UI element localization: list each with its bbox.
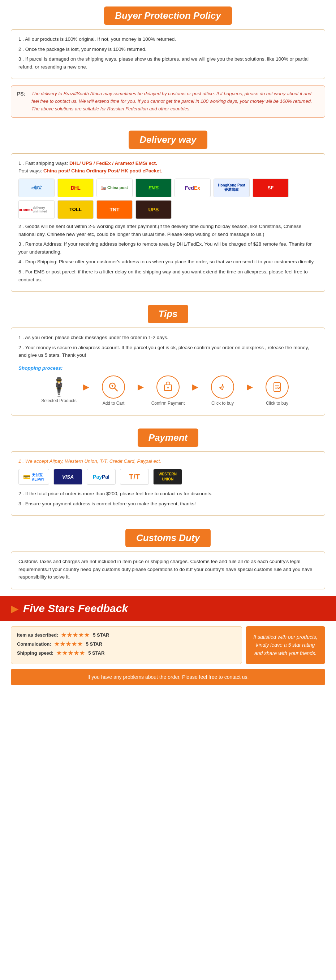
- tips-section: Tips 1 . As you order, please check mess…: [0, 298, 336, 415]
- post-ways-label: Post ways:: [18, 168, 43, 173]
- stars-layout: Item as described: ★★★★★ 5 STAR Commuica…: [11, 626, 325, 664]
- five-stars-header: ▶ Five Stars Feedback: [0, 596, 336, 621]
- payment-point-3: 3 . Ensure your payment address is corre…: [18, 500, 318, 508]
- carrier-sf: SF: [253, 178, 289, 197]
- shopping-process-title: Shopping process:: [18, 364, 318, 372]
- buyer-protection-title: Buyer Protection Policy: [115, 10, 221, 21]
- tips-content: 1 . As you order, please check messages …: [11, 328, 325, 415]
- stars-right-message: If satisfied with our products, kindly l…: [251, 633, 319, 657]
- stars-rating-1: 5 STAR: [93, 632, 109, 638]
- carrier-aramex: aramexdelivery unlimited: [18, 200, 54, 219]
- buyer-protection-section: Buyer Protection Policy 1 . All our prod…: [0, 0, 336, 118]
- stars-ratings: Item as described: ★★★★★ 5 STAR Commuica…: [11, 626, 242, 664]
- pay-logo-tt: T/T: [120, 469, 149, 485]
- tips-point-1: 1 . As you order, please check messages …: [18, 334, 318, 342]
- arrow-4: ▶: [247, 382, 253, 399]
- process-step-2: Confirm Payment: [144, 375, 192, 406]
- process-label-4: Click to buy: [266, 401, 288, 406]
- stars-right-text: If satisfied with our products, kindly l…: [246, 626, 325, 664]
- payment-title: Payment: [149, 432, 187, 443]
- customs-title: Customs Duty: [136, 532, 200, 544]
- delivery-content: 1 . Fast shipping ways: DHL/ UPS / FedEx…: [11, 153, 325, 292]
- delivery-title-box: Delivery way: [129, 130, 207, 149]
- payment-content: 1 . We accept Alipay, Western Union, T/T…: [11, 451, 325, 516]
- process-step-4: Click to buy: [254, 375, 301, 406]
- pay-logo-wu: WESTERNUNION: [153, 469, 182, 485]
- customs-header: Customs Duty: [0, 522, 336, 552]
- process-steps-row: 🕴 Selected Products ▶ Add to Cart ▶: [18, 375, 318, 406]
- fast-shipping-label: 1 . Fast shipping ways:: [18, 161, 69, 166]
- bp-point-1: 1 . All our products is 100% original. I…: [18, 35, 318, 43]
- process-icon-2: [157, 375, 179, 399]
- process-label-2: Confirm Payment: [151, 401, 185, 406]
- process-label-3: Click to buy: [211, 401, 234, 406]
- process-person: 🕴 Selected Products: [35, 378, 82, 403]
- carrier-ups: UPS: [136, 200, 171, 219]
- delivery-title: Delivery way: [139, 134, 197, 145]
- stars-icons-1: ★★★★★: [61, 632, 90, 638]
- customs-text: Customs Taxes and charges are not includ…: [18, 558, 318, 581]
- stars-rating-2: 5 STAR: [86, 641, 102, 647]
- contact-text: If you have any problems about the order…: [16, 674, 320, 680]
- process-step-3: Click to buy: [199, 375, 246, 406]
- stars-icons-2: ★★★★★: [54, 641, 83, 648]
- tips-header: Tips: [0, 298, 336, 328]
- delivery-note-3: 3 . Remote Address: If your receiving ad…: [18, 240, 318, 256]
- carrier-fedex: FedEx: [174, 178, 211, 197]
- payment-title-box: Payment: [138, 428, 198, 447]
- stars-row-3: Shipping speed: ★★★★★ 5 STAR: [17, 650, 236, 657]
- ps-text: The delivery to Brazil/South Africa may …: [32, 90, 319, 113]
- payment-section: Payment 1 . We accept Alipay, Western Un…: [0, 422, 336, 516]
- payment-header: Payment: [0, 422, 336, 451]
- pay-logo-visa: VISA: [53, 469, 82, 485]
- delivery-section: Delivery way 1 . Fast shipping ways: DHL…: [0, 124, 336, 292]
- ps-notice: PS: The delivery to Brazil/South Africa …: [11, 86, 325, 117]
- carrier-logos: e邮宝 DHL 🏣 China post EMS FedEx HongKong …: [18, 178, 318, 219]
- arrow-1: ▶: [83, 382, 89, 399]
- five-stars-title: Five Stars Feedback: [23, 602, 128, 615]
- five-stars-section: ▶ Five Stars Feedback Item as described:…: [0, 596, 336, 685]
- carrier-toll: TOLL: [58, 200, 94, 219]
- payment-point-1: 1 . We accept Alipay, Western Union, T/T…: [18, 457, 318, 465]
- carrier-epubao: e邮宝: [18, 178, 54, 197]
- fast-shipping-carriers: DHL/ UPS / FedEx / Aramex/ EMS/ ect.: [69, 161, 157, 166]
- delivery-note-5: 5 . For EMS or post parcel: if there is …: [18, 268, 318, 283]
- tips-point-2: 2 . Your money is secure in aliexpress a…: [18, 344, 318, 359]
- process-label-1: Add to Cart: [102, 401, 125, 406]
- bp-point-2: 2 . Once the package is lost, your money…: [18, 45, 318, 53]
- payment-point-2: 2 . If the total price of order is more …: [18, 490, 318, 498]
- stars-icons-3: ★★★★★: [56, 650, 85, 657]
- delivery-note-2: 2 . Goods will be sent out within 2-5 wo…: [18, 223, 318, 238]
- stars-label-3: Shipping speed:: [17, 650, 53, 656]
- buyer-protection-header: Buyer Protection Policy: [0, 0, 336, 29]
- carrier-tnt: TNT: [96, 200, 133, 219]
- customs-content: Customs Taxes and charges are not includ…: [11, 552, 325, 589]
- arrow-3: ▶: [192, 382, 198, 399]
- process-icon-4: [266, 375, 289, 399]
- carrier-chinapost: 🏣 China post: [96, 178, 133, 197]
- stars-row-1: Item as described: ★★★★★ 5 STAR: [17, 632, 236, 638]
- ps-label: PS:: [17, 90, 27, 113]
- tips-title-box: Tips: [148, 305, 189, 323]
- stars-row-2: Commuication: ★★★★★ 5 STAR: [17, 641, 236, 648]
- customs-title-box: Customs Duty: [125, 529, 211, 547]
- carrier-hkpost: HongKong Post香港郵政: [213, 178, 250, 197]
- pay-logo-paypal: PayPal: [87, 469, 115, 485]
- stars-label-1: Item as described:: [17, 632, 58, 638]
- process-icon-1: [102, 375, 125, 399]
- pay-logo-alipay: 💳 支付宝ALIPAY: [18, 469, 49, 485]
- bp-point-3: 3 . If parcel is damaged on the shipping…: [18, 55, 318, 71]
- svg-line-1: [115, 388, 117, 391]
- carrier-dhl: DHL: [58, 178, 94, 197]
- payment-logos: 💳 支付宝ALIPAY VISA PayPal T/T WESTERNUNION: [18, 469, 318, 485]
- stars-label-2: Commuication:: [17, 641, 51, 647]
- buyer-protection-content: 1 . All our products is 100% original. I…: [11, 29, 325, 79]
- customs-section: Customs Duty Customs Taxes and charges a…: [0, 522, 336, 589]
- arrow-2: ▶: [138, 382, 144, 399]
- tips-title: Tips: [158, 309, 178, 320]
- buyer-protection-title-box: Buyer Protection Policy: [104, 6, 232, 25]
- process-step-1: Add to Cart: [90, 375, 137, 406]
- process-icon-3: [211, 375, 234, 399]
- person-icon: 🕴: [48, 378, 70, 396]
- five-stars-arrow-icon: ▶: [11, 603, 19, 615]
